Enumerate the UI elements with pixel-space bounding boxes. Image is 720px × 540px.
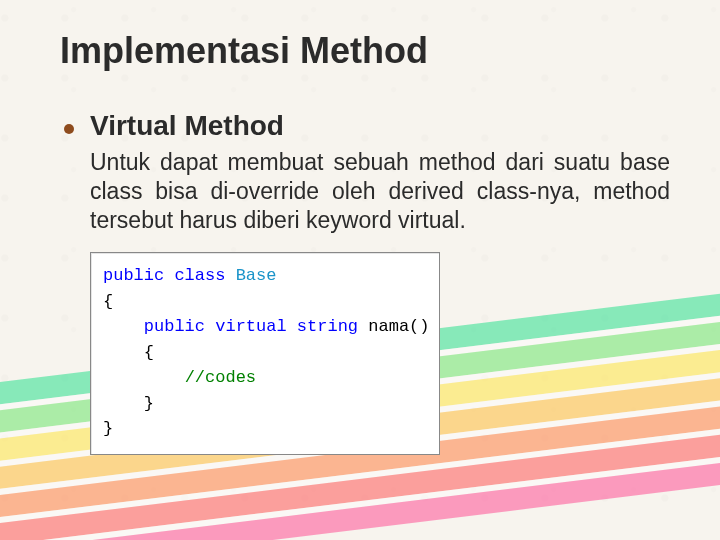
slide-title: Implementasi Method bbox=[60, 30, 670, 72]
slide-content: Implementasi Method Virtual Method Untuk… bbox=[0, 0, 720, 475]
code-line-2: { bbox=[103, 289, 427, 315]
bullet-item: Virtual Method bbox=[64, 110, 670, 142]
code-line-5: //codes bbox=[103, 365, 427, 391]
code-line-7: } bbox=[103, 416, 427, 442]
code-line-1: public class Base bbox=[103, 263, 427, 289]
code-line-6: } bbox=[103, 391, 427, 417]
code-snippet: public class Base { public virtual strin… bbox=[90, 252, 440, 455]
code-line-3: public virtual string nama() bbox=[103, 314, 427, 340]
bullet-icon bbox=[64, 124, 74, 134]
bullet-heading: Virtual Method bbox=[90, 110, 284, 142]
code-line-4: { bbox=[103, 340, 427, 366]
body-paragraph: Untuk dapat membuat sebuah method dari s… bbox=[90, 148, 670, 234]
